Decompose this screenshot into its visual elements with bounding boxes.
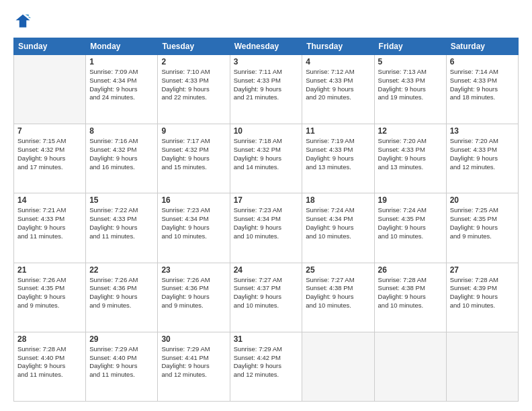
- svg-marker-0: [16, 15, 30, 28]
- calendar-cell: 20Sunrise: 7:25 AM Sunset: 4:35 PM Dayli…: [446, 193, 518, 263]
- day-info: Sunrise: 7:16 AM Sunset: 4:32 PM Dayligh…: [89, 137, 154, 171]
- day-info: Sunrise: 7:20 AM Sunset: 4:33 PM Dayligh…: [450, 137, 515, 171]
- day-number: 10: [234, 126, 299, 136]
- day-number: 9: [161, 126, 226, 136]
- day-info: Sunrise: 7:29 AM Sunset: 4:42 PM Dayligh…: [234, 345, 299, 379]
- day-number: 20: [450, 195, 515, 205]
- day-number: 24: [234, 265, 299, 275]
- day-info: Sunrise: 7:29 AM Sunset: 4:41 PM Dayligh…: [161, 345, 226, 379]
- calendar-cell: [14, 55, 86, 124]
- calendar-cell: 21Sunrise: 7:26 AM Sunset: 4:35 PM Dayli…: [14, 263, 86, 332]
- calendar-cell: [446, 332, 518, 401]
- day-number: 25: [306, 265, 370, 275]
- day-number: 15: [89, 195, 154, 205]
- calendar-header-sunday: Sunday: [14, 38, 86, 55]
- calendar-cell: 29Sunrise: 7:29 AM Sunset: 4:40 PM Dayli…: [86, 332, 158, 401]
- calendar-cell: 16Sunrise: 7:23 AM Sunset: 4:34 PM Dayli…: [158, 193, 230, 263]
- calendar-cell: 25Sunrise: 7:27 AM Sunset: 4:38 PM Dayli…: [302, 263, 374, 332]
- day-number: 5: [378, 57, 443, 66]
- day-info: Sunrise: 7:13 AM Sunset: 4:33 PM Dayligh…: [378, 68, 443, 102]
- day-info: Sunrise: 7:18 AM Sunset: 4:32 PM Dayligh…: [234, 137, 299, 171]
- day-info: Sunrise: 7:26 AM Sunset: 4:36 PM Dayligh…: [89, 276, 154, 310]
- day-number: 2: [161, 57, 226, 66]
- day-number: 12: [378, 126, 443, 136]
- calendar-header-wednesday: Wednesday: [230, 38, 302, 55]
- calendar-week-4: 21Sunrise: 7:26 AM Sunset: 4:35 PM Dayli…: [14, 263, 519, 332]
- calendar-cell: 13Sunrise: 7:20 AM Sunset: 4:33 PM Dayli…: [446, 124, 518, 193]
- day-info: Sunrise: 7:29 AM Sunset: 4:40 PM Dayligh…: [89, 345, 154, 379]
- day-info: Sunrise: 7:25 AM Sunset: 4:35 PM Dayligh…: [450, 206, 515, 240]
- calendar-cell: 4Sunrise: 7:12 AM Sunset: 4:33 PM Daylig…: [302, 55, 374, 124]
- calendar-cell: 1Sunrise: 7:09 AM Sunset: 4:34 PM Daylig…: [86, 55, 158, 124]
- calendar-cell: 27Sunrise: 7:28 AM Sunset: 4:39 PM Dayli…: [446, 263, 518, 332]
- day-info: Sunrise: 7:11 AM Sunset: 4:33 PM Dayligh…: [234, 68, 299, 102]
- day-number: 17: [234, 195, 299, 205]
- calendar-week-1: 1Sunrise: 7:09 AM Sunset: 4:34 PM Daylig…: [14, 55, 519, 124]
- day-info: Sunrise: 7:21 AM Sunset: 4:33 PM Dayligh…: [17, 206, 82, 240]
- calendar-cell: 15Sunrise: 7:22 AM Sunset: 4:33 PM Dayli…: [86, 193, 158, 263]
- day-number: 6: [450, 57, 515, 66]
- calendar-week-3: 14Sunrise: 7:21 AM Sunset: 4:33 PM Dayli…: [14, 193, 519, 263]
- day-number: 13: [450, 126, 515, 136]
- day-info: Sunrise: 7:24 AM Sunset: 4:34 PM Dayligh…: [306, 206, 370, 240]
- calendar-cell: 17Sunrise: 7:23 AM Sunset: 4:34 PM Dayli…: [230, 193, 302, 263]
- day-number: 28: [17, 334, 82, 344]
- day-number: 22: [89, 265, 154, 275]
- calendar-cell: [302, 332, 374, 401]
- day-info: Sunrise: 7:28 AM Sunset: 4:39 PM Dayligh…: [450, 276, 515, 310]
- day-number: 29: [89, 334, 154, 344]
- day-number: 16: [161, 195, 226, 205]
- calendar-table: SundayMondayTuesdayWednesdayThursdayFrid…: [13, 38, 519, 402]
- calendar-header-tuesday: Tuesday: [158, 38, 230, 55]
- day-number: 31: [234, 334, 299, 344]
- day-number: 26: [378, 265, 443, 275]
- calendar-header-saturday: Saturday: [446, 38, 518, 55]
- day-info: Sunrise: 7:27 AM Sunset: 4:38 PM Dayligh…: [306, 276, 370, 310]
- day-info: Sunrise: 7:17 AM Sunset: 4:32 PM Dayligh…: [161, 137, 226, 171]
- calendar-cell: 7Sunrise: 7:15 AM Sunset: 4:32 PM Daylig…: [14, 124, 86, 193]
- calendar-cell: 8Sunrise: 7:16 AM Sunset: 4:32 PM Daylig…: [86, 124, 158, 193]
- day-info: Sunrise: 7:20 AM Sunset: 4:33 PM Dayligh…: [378, 137, 443, 171]
- calendar-cell: 19Sunrise: 7:24 AM Sunset: 4:35 PM Dayli…: [374, 193, 446, 263]
- day-number: 4: [306, 57, 370, 66]
- day-info: Sunrise: 7:10 AM Sunset: 4:33 PM Dayligh…: [161, 68, 226, 102]
- day-info: Sunrise: 7:27 AM Sunset: 4:37 PM Dayligh…: [234, 276, 299, 310]
- day-info: Sunrise: 7:23 AM Sunset: 4:34 PM Dayligh…: [234, 206, 299, 240]
- day-number: 30: [161, 334, 226, 344]
- calendar-cell: 6Sunrise: 7:14 AM Sunset: 4:33 PM Daylig…: [446, 55, 518, 124]
- day-number: 23: [161, 265, 226, 275]
- logo-icon: [13, 12, 32, 31]
- day-info: Sunrise: 7:09 AM Sunset: 4:34 PM Dayligh…: [89, 68, 154, 102]
- calendar-cell: 23Sunrise: 7:26 AM Sunset: 4:36 PM Dayli…: [158, 263, 230, 332]
- day-number: 11: [306, 126, 370, 136]
- day-number: 8: [89, 126, 154, 136]
- day-info: Sunrise: 7:28 AM Sunset: 4:38 PM Dayligh…: [378, 276, 443, 310]
- day-info: Sunrise: 7:28 AM Sunset: 4:40 PM Dayligh…: [17, 345, 82, 379]
- day-info: Sunrise: 7:15 AM Sunset: 4:32 PM Dayligh…: [17, 137, 82, 171]
- day-number: 21: [17, 265, 82, 275]
- calendar-cell: 10Sunrise: 7:18 AM Sunset: 4:32 PM Dayli…: [230, 124, 302, 193]
- calendar-cell: 28Sunrise: 7:28 AM Sunset: 4:40 PM Dayli…: [14, 332, 86, 401]
- day-info: Sunrise: 7:14 AM Sunset: 4:33 PM Dayligh…: [450, 68, 515, 102]
- logo: [13, 12, 34, 31]
- calendar-week-2: 7Sunrise: 7:15 AM Sunset: 4:32 PM Daylig…: [14, 124, 519, 193]
- calendar-cell: 26Sunrise: 7:28 AM Sunset: 4:38 PM Dayli…: [374, 263, 446, 332]
- calendar-cell: [374, 332, 446, 401]
- calendar-cell: 5Sunrise: 7:13 AM Sunset: 4:33 PM Daylig…: [374, 55, 446, 124]
- day-number: 1: [89, 57, 154, 66]
- day-number: 14: [17, 195, 82, 205]
- calendar-cell: 3Sunrise: 7:11 AM Sunset: 4:33 PM Daylig…: [230, 55, 302, 124]
- calendar-header-friday: Friday: [374, 38, 446, 55]
- day-info: Sunrise: 7:26 AM Sunset: 4:35 PM Dayligh…: [17, 276, 82, 310]
- day-number: 19: [378, 195, 443, 205]
- header: [13, 12, 519, 31]
- day-info: Sunrise: 7:19 AM Sunset: 4:33 PM Dayligh…: [306, 137, 370, 171]
- calendar-cell: 12Sunrise: 7:20 AM Sunset: 4:33 PM Dayli…: [374, 124, 446, 193]
- day-info: Sunrise: 7:12 AM Sunset: 4:33 PM Dayligh…: [306, 68, 370, 102]
- calendar-cell: 2Sunrise: 7:10 AM Sunset: 4:33 PM Daylig…: [158, 55, 230, 124]
- calendar-cell: 31Sunrise: 7:29 AM Sunset: 4:42 PM Dayli…: [230, 332, 302, 401]
- day-info: Sunrise: 7:24 AM Sunset: 4:35 PM Dayligh…: [378, 206, 443, 240]
- calendar-cell: 30Sunrise: 7:29 AM Sunset: 4:41 PM Dayli…: [158, 332, 230, 401]
- page: SundayMondayTuesdayWednesdayThursdayFrid…: [0, 0, 532, 411]
- day-number: 3: [234, 57, 299, 66]
